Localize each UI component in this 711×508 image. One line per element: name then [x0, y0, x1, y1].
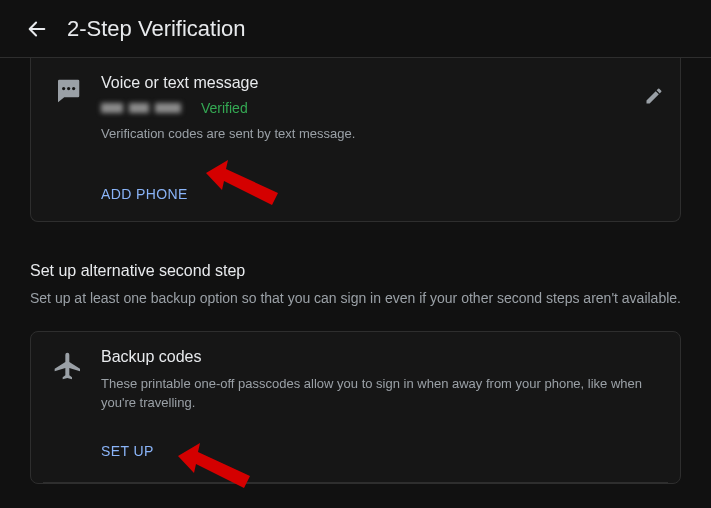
- svg-point-2: [67, 87, 70, 90]
- svg-point-1: [62, 87, 65, 90]
- pencil-icon: [644, 86, 664, 106]
- sms-icon: [47, 74, 89, 203]
- phone-number-row: Verified: [101, 100, 664, 116]
- alt-step-heading: Set up alternative second step: [30, 262, 681, 280]
- alt-step-subtext: Set up at least one backup option so tha…: [30, 288, 681, 309]
- page-header: 2-Step Verification: [0, 0, 711, 58]
- add-phone-button[interactable]: ADD PHONE: [101, 186, 188, 202]
- edit-phone-button[interactable]: [644, 86, 664, 110]
- voice-text-card: Voice or text message Verified Verificat…: [30, 58, 681, 222]
- airplane-icon: [47, 348, 89, 460]
- backup-card-title: Backup codes: [101, 348, 664, 366]
- setup-backup-button[interactable]: SET UP: [101, 443, 154, 459]
- back-button[interactable]: [25, 17, 49, 41]
- backup-codes-card: Backup codes These printable one-off pas…: [30, 331, 681, 484]
- divider: [43, 482, 668, 483]
- backup-card-description: These printable one-off passcodes allow …: [101, 374, 664, 413]
- voice-card-title: Voice or text message: [101, 74, 664, 92]
- page-title: 2-Step Verification: [67, 16, 246, 42]
- svg-point-3: [72, 87, 75, 90]
- phone-number-redacted: [101, 103, 187, 113]
- voice-card-description: Verification codes are sent by text mess…: [101, 124, 664, 144]
- arrow-left-icon: [26, 18, 48, 40]
- verified-label: Verified: [201, 100, 248, 116]
